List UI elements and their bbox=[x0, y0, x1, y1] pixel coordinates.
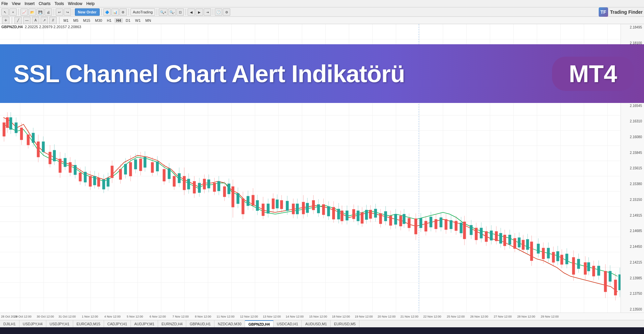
svg-rect-129 bbox=[280, 200, 283, 209]
svg-rect-120 bbox=[252, 195, 254, 206]
tf-m1[interactable]: M1 bbox=[62, 18, 70, 23]
print-btn[interactable]: 🖨 bbox=[45, 8, 52, 16]
time-label-13: 14 Nov 12:00 bbox=[286, 315, 304, 318]
svg-rect-168 bbox=[408, 218, 410, 228]
tf-m15[interactable]: M15 bbox=[82, 18, 92, 23]
svg-rect-342 bbox=[374, 209, 377, 218]
tab-usdcad-h1[interactable]: USDCAD,H1 bbox=[274, 320, 302, 328]
svg-rect-204 bbox=[522, 240, 525, 250]
open-btn[interactable]: 📂 bbox=[29, 8, 36, 16]
new-chart-btn[interactable]: 📈 bbox=[20, 8, 28, 16]
tab-gbpnzd-h4[interactable]: GBPNZD,H4 bbox=[245, 320, 274, 328]
settings-btn[interactable]: ⚙ bbox=[223, 8, 230, 16]
scripts-btn[interactable]: ⚙ bbox=[119, 8, 127, 16]
svg-rect-258 bbox=[93, 176, 96, 185]
line-tool[interactable]: ╱ bbox=[14, 17, 22, 24]
channel-tool[interactable]: // bbox=[49, 17, 57, 24]
tab-audjpy-m1[interactable]: AUDJPY,M1 bbox=[131, 320, 158, 328]
tab-eurnzd-h4[interactable]: EURNZD,H4 bbox=[158, 320, 186, 328]
svg-rect-234 bbox=[9, 117, 12, 129]
arrow-draw[interactable]: ↗ bbox=[41, 17, 48, 24]
svg-rect-63 bbox=[59, 159, 61, 173]
menu-help[interactable]: Help bbox=[86, 1, 95, 6]
undo-btn[interactable]: ↩ bbox=[56, 8, 63, 16]
banner-main-text: SSL Channel Chart Alert Indikatörü bbox=[0, 60, 552, 88]
tf-m30[interactable]: M30 bbox=[93, 18, 104, 23]
scroll-left-btn[interactable]: ◀ bbox=[188, 8, 195, 16]
tab-cadjpy-h1[interactable]: CADJPY,H1 bbox=[104, 320, 131, 328]
svg-rect-162 bbox=[389, 216, 392, 226]
fit-chart-btn[interactable]: ⊡ bbox=[177, 8, 184, 16]
menu-charts[interactable]: Charts bbox=[39, 1, 50, 6]
menu-window[interactable]: Window bbox=[68, 1, 83, 6]
experts-btn[interactable]: 🔷 bbox=[103, 8, 111, 16]
tf-mn[interactable]: MN bbox=[144, 18, 153, 23]
chart-container: GBPNZD,H4 2.20225 2.20979 2.20157 2.2086… bbox=[0, 24, 644, 313]
new-order-btn[interactable]: New Order bbox=[75, 8, 100, 16]
tab-eurusd-m5[interactable]: EURUSD,M5 bbox=[331, 320, 359, 328]
svg-rect-405 bbox=[587, 263, 590, 271]
svg-rect-297 bbox=[228, 184, 230, 194]
svg-rect-69 bbox=[79, 173, 82, 181]
menu-tools[interactable]: Tools bbox=[55, 1, 64, 6]
crosshair-draw[interactable]: ✛ bbox=[2, 17, 9, 24]
svg-rect-309 bbox=[267, 204, 269, 214]
sep3 bbox=[73, 9, 73, 15]
svg-rect-321 bbox=[306, 203, 309, 213]
svg-rect-138 bbox=[312, 200, 315, 210]
svg-rect-267 bbox=[124, 164, 127, 174]
svg-rect-141 bbox=[322, 205, 325, 215]
tf-w1[interactable]: W1 bbox=[134, 18, 143, 23]
time-label-8: 7 Nov 12:00 bbox=[172, 315, 189, 318]
save-btn[interactable]: 💾 bbox=[37, 8, 44, 16]
tab-nzdcad-m30[interactable]: NZDCAD,M30 bbox=[214, 320, 245, 328]
tf-m5[interactable]: M5 bbox=[71, 18, 80, 23]
time-label-19: 22 Nov 12:00 bbox=[423, 315, 441, 318]
svg-rect-336 bbox=[357, 211, 359, 221]
tab-audusd-m1[interactable]: AUDUSD,M1 bbox=[302, 320, 331, 328]
svg-rect-249 bbox=[64, 158, 66, 167]
svg-rect-60 bbox=[49, 152, 51, 164]
hline-tool[interactable]: — bbox=[23, 17, 31, 24]
redo-btn[interactable]: ↪ bbox=[64, 8, 71, 16]
svg-rect-117 bbox=[242, 199, 244, 214]
tab-usdjpy-h1[interactable]: USDJPY,H1 bbox=[46, 320, 73, 328]
arrow-tool[interactable]: ↖ bbox=[1, 8, 9, 16]
svg-rect-399 bbox=[565, 254, 568, 264]
price-label-16: 2.13985 bbox=[622, 276, 643, 280]
scroll-right-btn[interactable]: ▶ bbox=[196, 8, 203, 16]
tab-usdjpy-h4[interactable]: USDJPY,H4 bbox=[19, 320, 46, 328]
tab-djilh1[interactable]: DJILH1 bbox=[0, 320, 19, 328]
crosshair-tool[interactable]: + bbox=[9, 8, 17, 16]
svg-rect-378 bbox=[499, 233, 502, 243]
text-tool[interactable]: A bbox=[32, 17, 39, 24]
price-label-12: 2.14915 bbox=[622, 214, 643, 217]
autotrading-btn[interactable]: AutoTrading bbox=[131, 8, 155, 16]
svg-rect-237 bbox=[15, 123, 17, 133]
tf-h4[interactable]: H4 bbox=[114, 18, 122, 23]
tf-d1[interactable]: D1 bbox=[124, 18, 132, 23]
svg-rect-231 bbox=[614, 280, 617, 295]
menu-file[interactable]: File bbox=[1, 1, 8, 6]
tab-gbpaud-h1[interactable]: GBPAUD,H1 bbox=[186, 320, 214, 328]
menu-view[interactable]: View bbox=[12, 1, 20, 6]
svg-rect-66 bbox=[69, 162, 71, 173]
time-label-1: 29 Oct 12:00 bbox=[14, 315, 32, 318]
price-label-11: 2.15150 bbox=[622, 198, 643, 202]
svg-rect-90 bbox=[151, 162, 154, 173]
svg-rect-330 bbox=[337, 209, 340, 219]
tab-eurcad-m15[interactable]: EURCAD,M15 bbox=[73, 320, 104, 328]
menu-insert[interactable]: Insert bbox=[24, 1, 35, 6]
svg-rect-369 bbox=[470, 225, 473, 235]
zoom-out-btn[interactable]: 🔍- bbox=[168, 8, 176, 16]
indicators-btn[interactable]: 📊 bbox=[111, 8, 119, 16]
shift-btn[interactable]: ⇥ bbox=[204, 8, 211, 16]
svg-rect-240 bbox=[32, 133, 35, 143]
svg-rect-105 bbox=[203, 179, 206, 189]
svg-rect-270 bbox=[134, 160, 137, 169]
zoom-in-btn[interactable]: 🔍+ bbox=[159, 8, 167, 16]
svg-rect-84 bbox=[129, 162, 132, 176]
tf-h1[interactable]: H1 bbox=[105, 18, 113, 23]
time-label-23: 28 Nov 12:00 bbox=[517, 315, 535, 318]
clock-btn[interactable]: 🕐 bbox=[215, 8, 222, 16]
